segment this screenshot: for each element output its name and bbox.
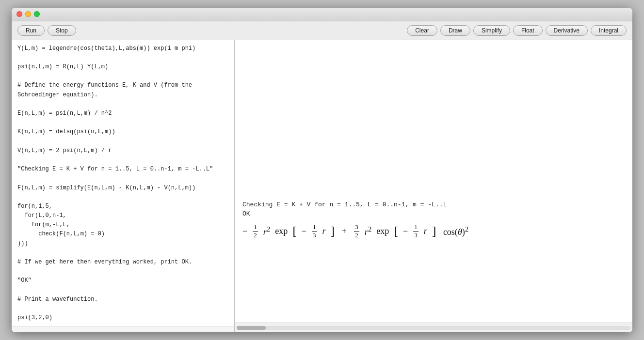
math-r2-2: r2 bbox=[365, 225, 372, 237]
traffic-lights bbox=[16, 11, 40, 17]
math-frac-2: 1 3 bbox=[312, 223, 317, 239]
toolbar: Run Stop Clear Draw Simplify Float Deriv… bbox=[12, 21, 632, 40]
math-frac-4: 1 3 bbox=[413, 223, 419, 239]
content-area: Y(L,m) = legendre(cos(theta),L,abs(m)) e… bbox=[12, 40, 632, 333]
math-exp2: exp bbox=[376, 226, 389, 236]
math-bracket-open-2: [ bbox=[394, 225, 398, 237]
stop-button[interactable]: Stop bbox=[48, 25, 76, 36]
output-line-1: Checking E = K + V for n = 1..5, L = 0..… bbox=[242, 201, 625, 208]
output-panel: Checking E = K + V for n = 1..5, L = 0..… bbox=[235, 40, 632, 333]
scrollbar-track[interactable] bbox=[237, 326, 630, 330]
main-window: Run Stop Clear Draw Simplify Float Deriv… bbox=[12, 8, 632, 333]
math-neg2: − bbox=[403, 226, 408, 236]
float-button[interactable]: Float bbox=[513, 25, 543, 36]
math-display: − 1 2 r2 exp [ − 1 3 r ] bbox=[242, 223, 625, 239]
output-area: Checking E = K + V for n = 1..5, L = 0..… bbox=[235, 40, 632, 323]
toolbar-right: Clear Draw Simplify Float Derivative Int… bbox=[407, 25, 627, 36]
derivative-button[interactable]: Derivative bbox=[546, 25, 588, 36]
math-r2: r bbox=[424, 226, 427, 236]
math-neg1: − bbox=[302, 226, 306, 236]
toolbar-left: Run Stop bbox=[17, 25, 76, 36]
integral-button[interactable]: Integral bbox=[591, 25, 627, 36]
code-scrollbar bbox=[12, 326, 234, 332]
math-cos: cos(θ)2 bbox=[441, 225, 468, 237]
code-editor[interactable]: Y(L,m) = legendre(cos(theta),L,abs(m)) e… bbox=[12, 40, 234, 327]
run-button[interactable]: Run bbox=[17, 25, 45, 36]
maximize-button[interactable] bbox=[34, 11, 40, 17]
math-bracket-close-1: ] bbox=[331, 225, 335, 237]
math-bracket-close-2: ] bbox=[432, 225, 436, 237]
close-button[interactable] bbox=[16, 11, 22, 17]
math-minus: − bbox=[242, 226, 247, 236]
clear-button[interactable]: Clear bbox=[407, 25, 437, 36]
code-panel: Y(L,m) = legendre(cos(theta),L,abs(m)) e… bbox=[12, 40, 235, 333]
scrollbar-thumb[interactable] bbox=[237, 326, 266, 330]
math-bracket-open-1: [ bbox=[292, 225, 297, 237]
math-r1: r bbox=[322, 226, 326, 236]
output-scrollbar-area bbox=[235, 323, 632, 332]
math-plus: + bbox=[339, 226, 349, 236]
simplify-button[interactable]: Simplify bbox=[473, 25, 510, 36]
math-frac-1: 1 2 bbox=[253, 223, 258, 239]
minimize-button[interactable] bbox=[25, 11, 31, 17]
output-line-2: OK bbox=[242, 210, 625, 217]
math-frac-3: 3 2 bbox=[354, 223, 359, 239]
draw-button[interactable]: Draw bbox=[440, 25, 470, 36]
title-bar bbox=[12, 8, 632, 21]
math-r2-1: r2 bbox=[263, 225, 271, 237]
math-exp1: exp bbox=[275, 226, 288, 236]
